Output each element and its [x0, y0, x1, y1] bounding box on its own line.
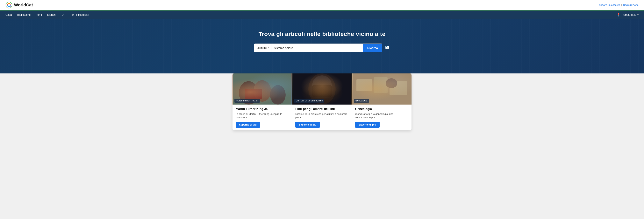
card-mlk-button[interactable]: Saperne di più	[236, 122, 260, 128]
hero-section: Trova gli articoli nelle biblioteche vic…	[0, 19, 644, 81]
top-bar: WorldCat Creare un account | Registrazio…	[0, 0, 644, 10]
top-bar-links: Creare un account | Registrazione	[599, 3, 638, 6]
search-input[interactable]	[272, 46, 363, 49]
search-bar-wrapper: Elementi ▾ Ricerca	[254, 43, 390, 52]
svg-rect-11	[245, 89, 262, 99]
nav-bar: Casa Biblioteche Temi Elenchi Di Per i b…	[0, 10, 644, 19]
hero-title: Trova gli articoli nelle biblioteche vic…	[4, 31, 640, 37]
cards-section: Martin Luther King Jr. Martin Luther Kin…	[0, 73, 644, 142]
card-genealogy: Genealogia Genealogia WorldCat.org e la …	[352, 73, 412, 130]
cards-container: Martin Luther King Jr. Martin Luther Kin…	[232, 73, 412, 130]
svg-point-10	[270, 85, 286, 105]
svg-rect-20	[374, 77, 388, 93]
card-mlk-title: Martin Luther King Jr.	[236, 107, 289, 111]
card-books-description: Risorse della biblioteca per aiutarti a …	[295, 112, 349, 119]
svg-point-15	[312, 75, 332, 95]
nav-item-elenchi[interactable]: Elenchi	[47, 12, 56, 17]
card-genealogy-button[interactable]: Saperne di più	[355, 122, 380, 128]
search-type-chevron-icon: ▾	[268, 47, 269, 49]
card-books: Libri per gli amanti dei libri Libri per…	[292, 73, 352, 130]
nav-right: 📍 Roma, Italia ▾	[616, 13, 638, 17]
hero-content: Trova gli articoli nelle biblioteche vic…	[4, 31, 640, 52]
nav-item-di[interactable]: Di	[62, 12, 64, 17]
worldcat-logo-icon	[6, 1, 12, 8]
search-type-dropdown[interactable]: Elementi ▾	[254, 44, 272, 52]
location-pin-icon: 📍	[616, 13, 620, 17]
card-mlk-body: Martin Luther King Jr. La storia di Mart…	[232, 105, 292, 130]
card-genealogy-title: Genealogia	[355, 107, 408, 111]
card-genealogy-image-wrapper: Genealogia	[352, 73, 412, 105]
create-account-link[interactable]: Creare un account	[599, 3, 620, 6]
svg-rect-16	[312, 85, 332, 97]
logo-text: WorldCat	[14, 2, 33, 7]
card-genealogy-body: Genealogia WorldCat.org e la genealogia:…	[352, 105, 412, 130]
svg-rect-21	[390, 81, 407, 95]
card-books-body: Libri per gli amanti dei libri Risorse d…	[292, 105, 352, 130]
search-bar: Elementi ▾ Ricerca	[254, 43, 382, 52]
svg-point-6	[386, 48, 387, 49]
card-mlk: Martin Luther King Jr. Martin Luther Kin…	[232, 73, 292, 130]
search-button[interactable]: Ricerca	[363, 43, 382, 52]
nav-item-casa[interactable]: Casa	[6, 12, 12, 17]
location-text[interactable]: Roma, Italia	[622, 13, 636, 16]
card-genealogy-description: WorldCat.org e la genealogia: una combin…	[355, 112, 408, 119]
svg-rect-19	[356, 79, 372, 91]
nav-item-bibliotecari[interactable]: Per i bibliotecari	[70, 12, 89, 17]
svg-point-22	[386, 78, 397, 88]
location-chevron-icon[interactable]: ▾	[638, 13, 638, 16]
svg-point-5	[387, 47, 388, 48]
svg-point-4	[386, 46, 387, 47]
nav-item-temi[interactable]: Temi	[36, 12, 42, 17]
card-books-title: Libri per gli amanti dei libri	[295, 107, 349, 111]
filter-sliders-icon	[385, 45, 389, 49]
card-books-overlay-label: Libri per gli amanti dei libri	[294, 99, 324, 103]
top-bar-separator: |	[621, 3, 622, 6]
register-link[interactable]: Registrazione	[623, 3, 639, 6]
search-type-label: Elementi	[256, 46, 267, 49]
card-books-image-wrapper: Libri per gli amanti dei libri	[292, 73, 352, 105]
card-mlk-overlay-label: Martin Luther King Jr.	[234, 99, 260, 103]
logo-area: WorldCat	[6, 1, 33, 8]
filter-icon-button[interactable]	[384, 44, 390, 51]
card-mlk-description: La storia di Martin Luther King Jr. ispi…	[236, 112, 289, 119]
card-books-button[interactable]: Saperne di più	[295, 122, 320, 128]
nav-left: Casa Biblioteche Temi Elenchi Di Per i b…	[6, 12, 89, 17]
svg-point-9	[254, 80, 271, 102]
card-genealogy-overlay-label: Genealogia	[354, 99, 369, 103]
card-mlk-image-wrapper: Martin Luther King Jr.	[232, 73, 292, 105]
nav-item-biblioteche[interactable]: Biblioteche	[17, 12, 31, 17]
